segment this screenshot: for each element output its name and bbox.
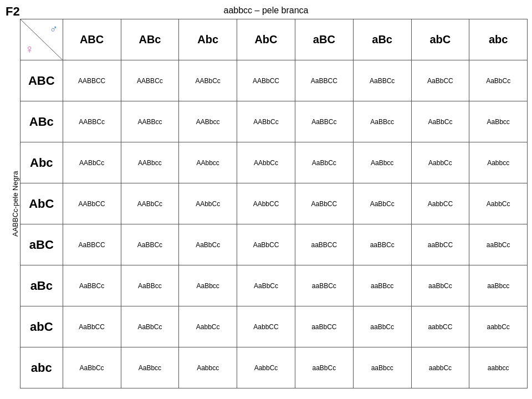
corner-cell: ♀ ♂: [21, 19, 63, 60]
cell-3-0: AABbCC: [63, 183, 121, 224]
cell-4-0: AaBBCC: [63, 224, 121, 265]
cell-4-3: AaBbCC: [237, 224, 295, 265]
row-header-6: abC: [21, 306, 63, 347]
table-row: abCAaBbCCAaBbCcAabbCcAabbCCaaBbCCaaBbCca…: [21, 306, 528, 347]
cell-2-4: AaBbCc: [295, 142, 353, 183]
cell-4-6: aaBbCC: [411, 224, 469, 265]
cell-6-1: AaBbCc: [121, 306, 179, 347]
col-header-2: Abc: [179, 19, 237, 60]
cell-0-5: AaBBCc: [353, 60, 411, 101]
row-header-7: abc: [21, 347, 63, 388]
cell-2-3: AAbbCc: [237, 142, 295, 183]
cell-2-5: AaBbcc: [353, 142, 411, 183]
cell-3-6: AabbCC: [411, 183, 469, 224]
cell-7-2: Aabbcc: [179, 347, 237, 388]
table-row: aBcAaBBCcAaBBccAaBbccAaBbCcaaBBCcaaBBcca…: [21, 265, 528, 306]
cell-1-4: AaBBCc: [295, 101, 353, 142]
cell-1-1: AABBcc: [121, 101, 179, 142]
corner-inner: ♀ ♂: [21, 19, 63, 60]
cell-0-0: AABBCC: [63, 60, 121, 101]
cell-2-0: AABbCc: [63, 142, 121, 183]
cell-0-3: AABbCC: [237, 60, 295, 101]
col-header-0: ABC: [63, 19, 121, 60]
col-header-6: abC: [411, 19, 469, 60]
table-container: AABBCc-pele Negra ♀ ♂ ABC ABc: [10, 19, 528, 388]
col-header-1: ABc: [121, 19, 179, 60]
cell-6-2: AabbCc: [179, 306, 237, 347]
cell-4-7: aaBbCc: [469, 224, 528, 265]
cell-0-4: AaBBCC: [295, 60, 353, 101]
cell-3-3: AAbbCC: [237, 183, 295, 224]
row-header-1: ABc: [21, 101, 63, 142]
table-row: AbcAABbCcAABbccAAbbccAAbbCcAaBbCcAaBbccA…: [21, 142, 528, 183]
cell-7-4: aaBbCc: [295, 347, 353, 388]
cell-3-2: AAbbCc: [179, 183, 237, 224]
cell-6-7: aabbCc: [469, 306, 528, 347]
cell-5-5: aaBBcc: [353, 265, 411, 306]
table-row: ABCAABBCCAABBCcAABbCcAABbCCAaBBCCAaBBCcA…: [21, 60, 528, 101]
cell-7-5: aaBbcc: [353, 347, 411, 388]
punnett-table: ♀ ♂ ABC ABc Abc AbC aBC aBc abC abc ABCA…: [20, 19, 528, 388]
male-symbol: ♂: [50, 23, 58, 35]
cell-6-3: AabbCC: [237, 306, 295, 347]
side-label: AABBCc-pele Negra: [10, 19, 20, 388]
cell-2-1: AABbcc: [121, 142, 179, 183]
cell-3-5: AaBbCc: [353, 183, 411, 224]
cell-0-2: AABbCc: [179, 60, 237, 101]
cell-7-6: aabbCc: [411, 347, 469, 388]
cell-4-2: AaBbCc: [179, 224, 237, 265]
row-header-2: Abc: [21, 142, 63, 183]
cell-4-4: aaBBCC: [295, 224, 353, 265]
cell-7-7: aabbcc: [469, 347, 528, 388]
cell-7-3: AabbCc: [237, 347, 295, 388]
cell-6-0: AaBbCC: [63, 306, 121, 347]
cell-2-2: AAbbcc: [179, 142, 237, 183]
cell-1-3: AABbCc: [237, 101, 295, 142]
cell-3-4: AaBbCC: [295, 183, 353, 224]
f2-label: F2: [6, 4, 20, 19]
cell-6-5: aaBbCc: [353, 306, 411, 347]
cell-3-1: AABbCc: [121, 183, 179, 224]
cell-5-2: AaBbcc: [179, 265, 237, 306]
cell-4-1: AaBBCc: [121, 224, 179, 265]
row-header-4: aBC: [21, 224, 63, 265]
cell-5-4: aaBBCc: [295, 265, 353, 306]
cell-2-6: AabbCc: [411, 142, 469, 183]
cell-3-7: AabbCc: [469, 183, 528, 224]
page-wrapper: F2 aabbcc – pele branca AABBCc-pele Negr…: [0, 0, 532, 399]
cell-1-6: AaBbCc: [411, 101, 469, 142]
cell-6-6: aabbCC: [411, 306, 469, 347]
cell-1-2: AABbcc: [179, 101, 237, 142]
page-title: aabbcc – pele branca: [4, 4, 528, 16]
table-row: abcAaBbCcAaBbccAabbccAabbCcaaBbCcaaBbcca…: [21, 347, 528, 388]
table-row: ABcAABBCcAABBccAABbccAABbCcAaBBCcAaBBccA…: [21, 101, 528, 142]
row-header-0: ABC: [21, 60, 63, 101]
cell-7-0: AaBbCc: [63, 347, 121, 388]
col-header-3: AbC: [237, 19, 295, 60]
cell-7-1: AaBbcc: [121, 347, 179, 388]
cell-1-0: AABBCc: [63, 101, 121, 142]
table-row: aBCAaBBCCAaBBCcAaBbCcAaBbCCaaBBCCaaBBCca…: [21, 224, 528, 265]
cell-2-7: Aabbcc: [469, 142, 528, 183]
col-header-4: aBC: [295, 19, 353, 60]
row-header-3: AbC: [21, 183, 63, 224]
female-symbol: ♀: [25, 42, 34, 57]
table-row: AbCAABbCCAABbCcAAbbCcAAbbCCAaBbCCAaBbCcA…: [21, 183, 528, 224]
cell-5-1: AaBBcc: [121, 265, 179, 306]
cell-5-7: aaBbcc: [469, 265, 528, 306]
cell-1-5: AaBBcc: [353, 101, 411, 142]
cell-0-6: AaBbCC: [411, 60, 469, 101]
cell-5-6: aaBbCc: [411, 265, 469, 306]
row-header-5: aBc: [21, 265, 63, 306]
col-header-5: aBc: [353, 19, 411, 60]
cell-0-1: AABBCc: [121, 60, 179, 101]
cell-5-3: AaBbCc: [237, 265, 295, 306]
cell-0-7: AaBbCc: [469, 60, 528, 101]
cell-5-0: AaBBCc: [63, 265, 121, 306]
cell-1-7: AaBbcc: [469, 101, 528, 142]
cell-6-4: aaBbCC: [295, 306, 353, 347]
col-header-7: abc: [469, 19, 528, 60]
cell-4-5: aaBBCc: [353, 224, 411, 265]
